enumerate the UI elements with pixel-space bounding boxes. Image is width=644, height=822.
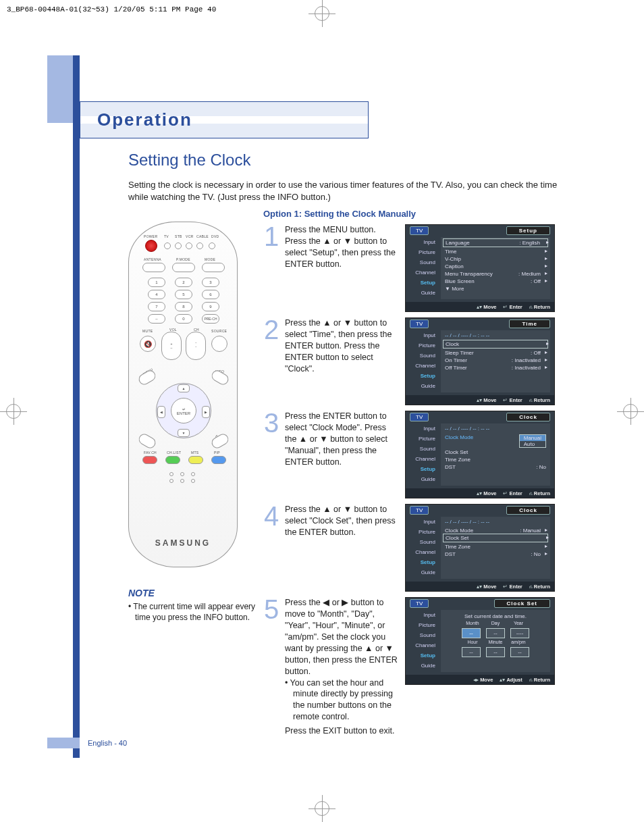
osd-tv-tag: TV	[410, 319, 429, 328]
remote-mode-button	[202, 263, 225, 272]
remote-guide-button	[137, 432, 158, 451]
osd-sidebar-item: Setup	[406, 371, 438, 381]
remote-num-6: 6	[202, 290, 219, 299]
remote-green-button	[165, 456, 180, 464]
osd-menu-row: DST: No	[445, 463, 546, 471]
step-text: Press the ENTER button to select "Clock …	[285, 409, 400, 467]
osd-sidebar: InputPictureSoundChannelSetupGuide	[406, 422, 438, 487]
osd-title: Setup	[506, 226, 550, 235]
remote-num-9: 9	[202, 302, 219, 311]
remote-menu-button	[137, 369, 158, 387]
osd-body: -- / -- / ---- / -- : -- --ClockSleep Ti…	[441, 330, 550, 392]
osd-row-label: DST	[445, 464, 456, 470]
osd-row-label: ▼ More	[445, 286, 464, 292]
note-block: NOTE • The current time will appear ever…	[128, 588, 257, 623]
remote-power-button	[145, 240, 157, 252]
osd-sidebar-item: Channel	[406, 361, 438, 371]
remote-num-2: 2	[175, 278, 192, 287]
osd-sidebar-item: Input	[406, 517, 438, 527]
remote-yellow-button	[188, 456, 203, 464]
step-row: 5Press the ◀ or ▶ button to move to "Mon…	[263, 596, 574, 737]
osd-sidebar-item: Sound	[406, 257, 438, 267]
osd-sidebar-item: Picture	[406, 340, 438, 351]
osd-sidebar-item: Sound	[406, 444, 438, 454]
osd-option: Manual	[520, 435, 545, 441]
osd-sidebar-item: Guide	[406, 381, 438, 391]
osd-menu-row: Sleep Timer: Off	[445, 349, 546, 357]
step-number: 4	[263, 505, 279, 527]
osd-screenshot: TVClock SetInputPictureSoundChannelSetup…	[405, 597, 555, 685]
remote-prech-button: PRE-CH	[202, 314, 219, 324]
osd-title: Time	[509, 319, 550, 328]
remote-exit-button	[210, 432, 231, 451]
osd-option-box: ManualAuto	[519, 434, 546, 448]
osd-row-label: Caption	[445, 263, 464, 269]
note-body: • The current time will appear every tim…	[128, 601, 257, 623]
remote-label-vcr: VCR	[186, 234, 193, 238]
osd-row-value: : Manual	[520, 528, 541, 534]
osd-row-value: : Off	[531, 278, 541, 284]
osd-set-fields: ------	[445, 647, 546, 657]
osd-screenshot: TVSetupInputPictureSoundChannelSetupGuid…	[405, 224, 555, 312]
remote-dash-button: –	[148, 314, 165, 324]
remote-label-pmode: P.MODE	[176, 257, 190, 261]
remote-label-favch: FAV.CH	[144, 451, 157, 455]
osd-set-message: Set current date and time.	[445, 613, 546, 619]
remote-mute-button: 🔇	[140, 336, 156, 352]
remote-label-dvd: DVD	[211, 234, 219, 238]
osd-menu-row: Clock Set	[443, 534, 548, 542]
osd-foot-return: ⎌ Return	[529, 490, 550, 496]
step-text: Press the MENU button. Press the ▲ or ▼ …	[285, 223, 400, 270]
step-row: 1Press the MENU button. Press the ▲ or ▼…	[263, 223, 574, 312]
osd-menu-row: Time Zone	[445, 543, 546, 550]
remote-label-mts: MTS	[191, 451, 198, 455]
osd-row-label: Menu Transparency	[445, 271, 493, 277]
osd-row-label: DST	[445, 551, 456, 557]
osd-row-label: Sleep Timer	[445, 350, 474, 356]
osd-sidebar-item: Sound	[406, 630, 438, 640]
osd-sidebar-item: Setup	[406, 278, 438, 288]
osd-sidebar-item: Picture	[406, 527, 438, 537]
osd-foot-enter: ↵ Enter	[503, 490, 522, 496]
osd-sidebar-item: Picture	[406, 434, 438, 444]
remote-num-0: 0	[175, 314, 192, 324]
step-text: Press the ◀ or ▶ button to move to "Mont…	[285, 596, 400, 737]
step-number: 3	[263, 412, 279, 434]
osd-menu-row: DST: No	[445, 550, 546, 558]
osd-row-label: Clock Mode	[445, 528, 473, 534]
osd-tv-tag: TV	[410, 413, 429, 421]
remote-red-button	[142, 456, 157, 464]
osd-foot-return: ⎌ Return	[529, 397, 550, 403]
osd-set-fields: --------	[445, 628, 546, 638]
osd-sidebar-item: Input	[406, 237, 438, 247]
osd-time-placeholder: -- / -- / ---- / -- : -- --	[445, 519, 546, 525]
osd-tv-tag: TV	[410, 226, 429, 235]
osd-row-label: Time Zone	[445, 544, 471, 550]
remote-label-tv: TV	[164, 234, 169, 238]
osd-sidebar: InputPictureSoundChannelSetupGuide	[406, 236, 438, 301]
intro-text: Setting the clock is necessary in order …	[128, 179, 574, 203]
osd-row-value: : No	[531, 551, 541, 557]
osd-sidebar-item: Setup	[406, 650, 438, 661]
osd-footer: ▴▾ Move↵ Enter⎌ Return	[406, 395, 554, 405]
osd-sidebar-item: Input	[406, 610, 438, 620]
step-exit-text: Press the EXIT button to exit.	[285, 725, 400, 737]
osd-row-label: V-Chip	[445, 256, 461, 262]
remote-label-stb: STB	[175, 234, 182, 238]
osd-sidebar-item: Channel	[406, 547, 438, 557]
step-row: 2Press the ▲ or ▼ button to select "Time…	[263, 316, 574, 405]
remote-num-4: 4	[148, 290, 165, 299]
remote-label-pip: PIP	[214, 451, 220, 455]
manual-page: 3_BP68-00448A-01(32~53) 1/20/05 5:11 PM …	[0, 0, 644, 822]
step-sub-bullet: • You can set the hour and minute direct…	[293, 677, 400, 723]
osd-time-placeholder: -- / -- / ---- / -- : -- --	[445, 426, 546, 432]
osd-menu-row: Time	[445, 248, 546, 255]
osd-row-label: Clock	[446, 341, 459, 347]
osd-menu-row: Clock ModeManualAuto	[445, 434, 546, 448]
remote-num-5: 5	[175, 290, 192, 299]
remote-right-button: ▶	[202, 406, 210, 418]
osd-tv-tag: TV	[410, 599, 429, 608]
osd-sidebar: InputPictureSoundChannelSetupGuide	[406, 515, 438, 580]
osd-set-labels: MonthDayYear	[445, 621, 546, 625]
osd-footer: ◂▸ Move▴▾ Adjust⎌ Return	[406, 675, 554, 684]
